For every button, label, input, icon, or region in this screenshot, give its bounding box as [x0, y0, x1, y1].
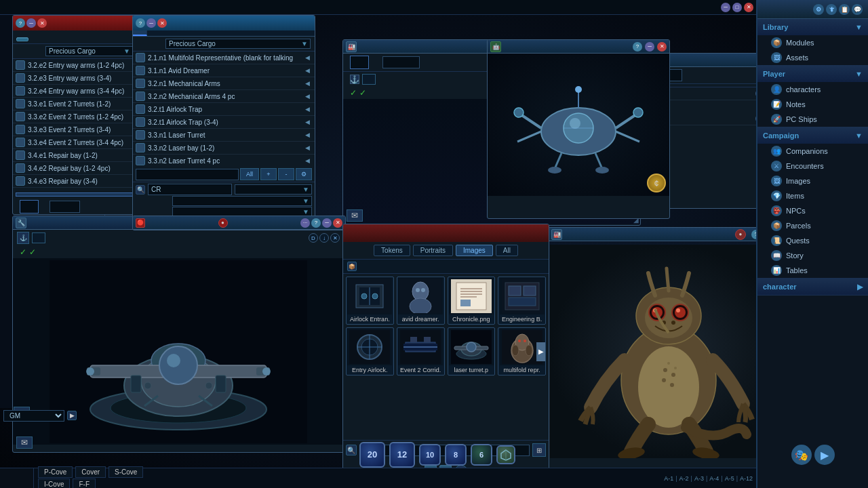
npcs-cr-select[interactable] [235, 184, 312, 195]
npcs-close-btn[interactable]: ✕ [157, 18, 167, 28]
gm-btn[interactable]: ▶ [67, 411, 77, 420]
die-d10[interactable]: 10 [419, 444, 441, 466]
assets-filter-all[interactable]: All [496, 245, 518, 256]
assets-filter-images[interactable]: Images [456, 245, 493, 256]
sidebar-library-header[interactable]: Library ▼ [757, 19, 868, 35]
encounter-item-5[interactable]: 3.3.e2 Event 2 Turrets (1-2 4pc) [13, 110, 137, 123]
die-d6[interactable]: 6 [471, 444, 492, 466]
laser-action-down[interactable]: ↓ [319, 233, 329, 243]
sidebar-item-characters[interactable]: 👤 characters [757, 82, 868, 97]
npcs-help-btn[interactable]: ? [136, 18, 145, 28]
npcs-cr-filter[interactable] [148, 184, 232, 195]
sidebar-item-pcships[interactable]: 🚀 PC Ships [757, 112, 868, 127]
asset-event2[interactable]: Event 2 Corrid. [397, 327, 445, 375]
repair-drone-help-btn[interactable]: ? [633, 42, 642, 52]
laser-action-d[interactable]: D [309, 233, 318, 243]
sidebar-item-companions[interactable]: 👥 Companions [757, 144, 868, 159]
encounter-item-9[interactable]: 3.4.e2 Repair bay (1-2 4pc) [13, 162, 137, 175]
die-custom[interactable] [496, 445, 515, 464]
npcs-record-select[interactable] [172, 196, 312, 206]
npcs-min-btn[interactable]: ─ [146, 18, 156, 28]
die-d20[interactable]: 20 [359, 442, 385, 468]
laser-npc-help-btn[interactable]: ? [311, 218, 321, 228]
encounter-item-8[interactable]: 3.4.e1 Repair bay (1-2) [13, 149, 137, 162]
encounter-item-7[interactable]: 3.3.e4 Event 2 Turrets (3-4 4pc) [13, 136, 137, 149]
npcs-search-btn-plus[interactable]: + [260, 168, 277, 180]
sidebar-character-header[interactable]: character ▶ [757, 279, 868, 295]
asset-airlock-entran[interactable]: Airlock Entran. [346, 277, 394, 325]
repair-bay-envelope[interactable]: ✉ [347, 209, 363, 222]
repair-drone-close-btn[interactable]: ✕ [657, 42, 667, 52]
gm-select[interactable]: GM [3, 410, 64, 422]
assets-filter-portraits[interactable]: Portraits [413, 245, 453, 256]
sidebar-item-parcels[interactable]: 📦 Parcels [757, 218, 868, 233]
npc-item-3[interactable]: 3.2.n1 Mechanical Arms ◀ [133, 77, 315, 90]
sidebar-item-tables[interactable]: 📊 Tables [757, 263, 868, 278]
assets-filter-tokens[interactable]: Tokens [374, 245, 410, 256]
asset-next-btn[interactable]: ▶ [536, 342, 546, 361]
sidebar-item-story[interactable]: 📖 Story [757, 248, 868, 263]
repair-drone-coin[interactable]: ¢ [647, 174, 666, 192]
sidebar-item-encounters[interactable]: ⚔ Encounters [757, 159, 868, 174]
restore-button[interactable]: □ [732, 3, 742, 12]
coverage-tab-ff[interactable]: F-F [73, 479, 96, 488]
encounter-item-6[interactable]: 3.3.e3 Event 2 Turrets (3-4) [13, 123, 137, 136]
npc-item-2[interactable]: 3.1.n1 Avid Dreamer ◀ [133, 64, 315, 77]
encounter-item-2[interactable]: 3.2.e3 Entry way arms (3-4) [13, 72, 137, 85]
npcs-search-btn-all[interactable]: All [240, 168, 259, 180]
npcs-search-btn-minus[interactable]: - [278, 168, 294, 180]
sidebar-item-images[interactable]: 🖼 Images [757, 174, 868, 188]
laser-npc-dots[interactable]: ··· [300, 218, 310, 228]
npcs-search-input[interactable] [136, 169, 239, 180]
sidebar-tool-icon-3[interactable]: 📋 [839, 4, 850, 15]
die-d8[interactable]: 8 [445, 444, 467, 466]
encounter-item-1[interactable]: 3.2.e2 Entry way arms (1-2 4pc) [13, 59, 137, 72]
sidebar-item-npcs[interactable]: 👺 NPCs [757, 203, 868, 218]
sidebar-bottom-icon-2[interactable]: ▶ [814, 445, 835, 465]
encounter-min-btn[interactable]: ─ [26, 18, 36, 28]
sidebar-item-items[interactable]: 💎 Items [757, 188, 868, 203]
sidebar-item-quests[interactable]: 📜 Quests [757, 233, 868, 248]
sidebar-item-notes[interactable]: 📝 Notes [757, 97, 868, 112]
coverage-tab-icove[interactable]: I-Cove [38, 479, 70, 488]
sidebar-tool-icon-2[interactable]: 🗡 [826, 4, 837, 15]
npc-item-5[interactable]: 3.2.t1 Airlock Trap ◀ [133, 103, 315, 116]
asset-avid-dreamer[interactable]: avid dreamer. [397, 277, 445, 325]
encounter-item-4[interactable]: 3.3.e1 Event 2 Turrets (1-2) [13, 98, 137, 110]
npc-item-4[interactable]: 3.2.n2 Mechanical Arms 4 pc ◀ [133, 90, 315, 103]
encounter-group-select[interactable]: Precious Cargo [45, 46, 133, 56]
npc-item-9[interactable]: 3.3.n2 Laser Turret 4 pc ◀ [133, 155, 315, 167]
asset-multifold[interactable]: ▶ multifold repr. [498, 327, 546, 375]
coverage-tab-scove[interactable]: S-Cove [108, 466, 143, 478]
encounter-item-10[interactable]: 3.4.e3 Repair bay (3-4) [13, 175, 137, 188]
npcs-group-select[interactable]: Precious Cargo [165, 39, 311, 49]
sidebar-bottom-icon-1[interactable]: 🎭 [791, 445, 812, 465]
encounter-selected-item[interactable] [16, 192, 134, 197]
sidebar-item-modules[interactable]: 📦 Modules [757, 35, 868, 50]
npc-item-1[interactable]: 2.1.n1 Multifold Representative (blank f… [133, 52, 315, 64]
close-app-button[interactable]: ✕ [744, 3, 753, 12]
npc-item-8[interactable]: 3.3.n2 Laser bay (1-2) ◀ [133, 142, 315, 155]
encounter-close-btn[interactable]: ✕ [37, 18, 47, 28]
minimize-button[interactable]: ─ [721, 3, 730, 12]
npc-item-7[interactable]: 3.3.n1 Laser Turret ◀ [133, 129, 315, 142]
coverage-tab-cover[interactable]: Cover [75, 466, 106, 478]
laser-npc-close-btn[interactable]: ✕ [333, 218, 342, 228]
asset-chronicle[interactable]: Chronicle.png [448, 277, 496, 325]
sidebar-tool-icon-1[interactable]: ⚙ [813, 4, 824, 15]
sidebar-player-header[interactable]: Player ▼ [757, 66, 868, 82]
laser-npc-min-btn[interactable]: ─ [322, 218, 332, 228]
laser-envelope[interactable]: ✉ [16, 436, 33, 449]
coverage-tab-pcove[interactable]: P-Cove [38, 466, 73, 478]
npcs-search-btn-gear[interactable]: ⚙ [296, 168, 312, 180]
asset-engineering[interactable]: Engineering B. [498, 277, 546, 325]
repair-drone-min-btn[interactable]: ─ [645, 42, 654, 52]
npcs-tab-ships[interactable] [133, 30, 147, 36]
random-button[interactable] [16, 37, 28, 41]
asset-laser-turret[interactable]: laser turret.p [448, 327, 496, 375]
die-d12[interactable]: 12 [389, 442, 415, 468]
sidebar-campaign-header[interactable]: Campaign ▼ [757, 127, 868, 144]
npc-item-6[interactable]: 3.2.t1 Airlock Trap (3-4) ◀ [133, 116, 315, 129]
laser-action-x[interactable]: ✕ [330, 233, 340, 243]
sidebar-tool-icon-4[interactable]: 💬 [852, 4, 863, 15]
